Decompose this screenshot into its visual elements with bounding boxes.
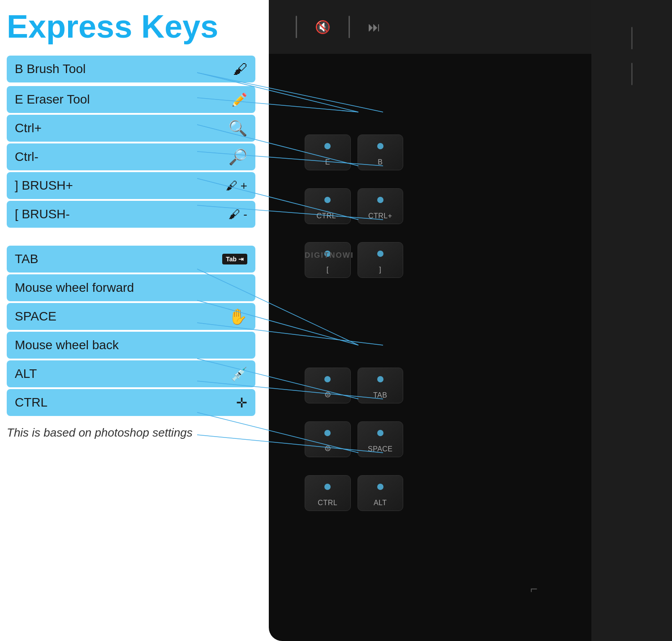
tab-icon: Tab ⇥ (222, 254, 247, 264)
brush-icon: 🖌 (233, 61, 247, 78)
key-item-alt: ALT 💉 (7, 360, 255, 387)
btn-b-label: B (378, 158, 383, 166)
btn-alt[interactable]: ALT (358, 475, 404, 511)
key-label-tab: TAB (15, 252, 38, 266)
key-label-ctrl-plus: Ctrl+ (15, 121, 42, 135)
btn-b[interactable]: B (358, 134, 404, 170)
hand-icon: ✋ (228, 308, 247, 325)
btn-ctrl-minus[interactable]: CTRL- (305, 188, 351, 224)
key-item-brush-plus: ] BRUSH+ 🖌 + (7, 172, 255, 199)
key-item-brush-minus: [ BRUSH- 🖌 - (7, 201, 255, 228)
footnote: This is based on photoshop settings (7, 426, 255, 440)
btn-ctrl-plus-label: CTRL+ (368, 212, 392, 220)
key-label-brush-minus: [ BRUSH- (15, 207, 70, 221)
key-item-space: SPACE ✋ (7, 303, 255, 330)
btn-tab[interactable]: TAB (358, 368, 404, 403)
key-item-eraser-tool: E Eraser Tool ✏️ (7, 86, 255, 113)
key-item-ctrl-minus: Ctrl- 🔎 (7, 143, 255, 170)
btn-e-label: E (325, 158, 330, 166)
btn-ctrl-minus-label: CTRL- (316, 212, 339, 220)
btn-mouse-space-label: ⊜ (324, 443, 332, 453)
key-label-brush-plus: ] BRUSH+ (15, 178, 73, 193)
btn-bracket-right-label: ] (379, 266, 381, 274)
key-list: B Brush Tool 🖌 E Eraser Tool ✏️ Ctrl+ 🔍 … (7, 56, 255, 416)
tab-text: Tab (226, 256, 237, 263)
btn-bracket-left-label: [ (327, 266, 329, 274)
indicator-2 (349, 16, 350, 38)
button-group-brackets: [ ] (305, 242, 403, 278)
brush-plus-icon: 🖌 + (226, 179, 247, 193)
btn-space[interactable]: SPACE (358, 421, 404, 457)
left-panel: Express Keys B Brush Tool 🖌 E Eraser Too… (0, 0, 264, 641)
right-strip (591, 0, 672, 641)
key-item-ctrl-plus: Ctrl+ 🔍 (7, 115, 255, 142)
key-item-mouse-forward: Mouse wheel forward (7, 274, 255, 301)
key-item-mouse-back: Mouse wheel back (7, 332, 255, 359)
mute-icon: 🔇 (315, 20, 331, 35)
key-item-ctrl: CTRL ✛ (7, 389, 255, 416)
page-title: Express Keys (7, 9, 255, 44)
tablet-device: 🔇 ⏭ E B CTRL- CTRL+ [ (269, 0, 672, 641)
zoom-in-icon: 🔍 (228, 119, 247, 137)
key-label-mouse-forward: Mouse wheel forward (15, 281, 134, 295)
key-label-eraser: E Eraser Tool (15, 92, 90, 107)
btn-ctrl-final-label: CTRL (318, 499, 337, 507)
indicator-1 (296, 16, 297, 38)
key-label-mouse-back: Mouse wheel back (15, 338, 119, 352)
strip-line-1 (631, 27, 633, 49)
key-item-brush-tool: B Brush Tool 🖌 (7, 56, 255, 82)
key-label-alt: ALT (15, 367, 37, 381)
btn-space-label: SPACE (368, 445, 393, 453)
btn-tab-label: TAB (373, 391, 387, 399)
btn-e[interactable]: E (305, 134, 351, 170)
key-label-ctrl-minus: Ctrl- (15, 150, 39, 164)
strip-line-2 (631, 63, 633, 85)
eyedropper-icon: 💉 (231, 366, 247, 382)
btn-mouse-tab[interactable]: ⊜ (305, 368, 351, 403)
btn-mouse-space[interactable]: ⊜ (305, 421, 351, 457)
zoom-out-icon: 🔎 (228, 148, 247, 166)
btn-ctrl-plus[interactable]: CTRL+ (358, 188, 404, 224)
button-group-tab: ⊜ TAB (305, 368, 403, 403)
btn-mouse-tab-label: ⊜ (324, 390, 332, 399)
key-label-space: SPACE (15, 309, 56, 324)
brush-minus-icon: 🖌 - (228, 208, 247, 221)
move-icon: ✛ (236, 395, 247, 411)
btn-bracket-right[interactable]: ] (358, 242, 404, 278)
tab-arrows: ⇥ (238, 256, 244, 263)
btn-alt-label: ALT (374, 499, 387, 507)
btn-ctrl-final[interactable]: CTRL (305, 475, 351, 511)
button-group-space: ⊜ SPACE (305, 421, 403, 457)
btn-bracket-left[interactable]: [ (305, 242, 351, 278)
button-group-eb: E B (305, 134, 403, 170)
key-item-tab: TAB Tab ⇥ (7, 246, 255, 273)
button-group-ctrl: CTRL- CTRL+ (305, 188, 403, 224)
key-label-brush: B Brush Tool (15, 62, 86, 76)
corner-mark: ⌐ (530, 582, 538, 596)
next-icon: ⏭ (368, 20, 380, 35)
key-label-ctrl: CTRL (15, 395, 47, 410)
button-group-ctrl-alt: CTRL ALT (305, 475, 403, 511)
brand-label: DIGITNOWI (305, 251, 354, 260)
eraser-icon: ✏️ (232, 92, 247, 107)
